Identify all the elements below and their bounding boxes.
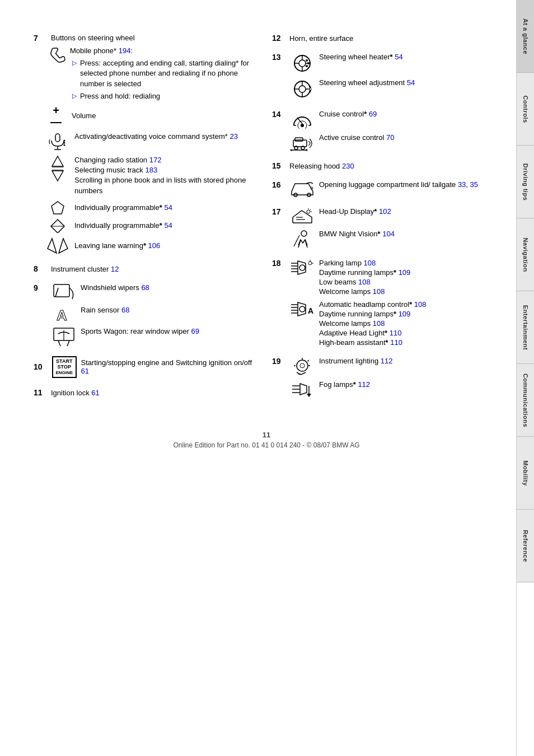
sidebar-tab-driving-tips[interactable]: Driving tips [517, 146, 534, 218]
svg-point-36 [310, 88, 311, 90]
svg-line-38 [297, 118, 302, 124]
section-19-number: 19 [272, 357, 286, 366]
active-cruise-icon [289, 133, 315, 151]
cruise-control-icon [289, 110, 315, 129]
svg-line-57 [310, 209, 311, 211]
sidebar-tab-reference[interactable]: Reference [517, 510, 534, 582]
section-12-title: Horn, entire surface [289, 34, 353, 43]
sidebar-tab-navigation[interactable]: Navigation [517, 218, 534, 291]
svg-point-5 [63, 144, 65, 146]
section-13: 13 [272, 53, 499, 100]
section-8-number: 8 [34, 264, 48, 273]
svg-marker-13 [59, 239, 68, 253]
parking-lamp-icon [289, 259, 315, 277]
columns-layout: 7 Buttons on steering wheel Mobile phon [34, 34, 499, 408]
sidebar-tab-entertainment[interactable]: Entertainment [517, 291, 534, 364]
svg-marker-47 [291, 149, 293, 151]
windshield-wiper-icon [51, 283, 76, 302]
svg-text:⌁: ⌁ [298, 372, 301, 376]
svg-text:A: A [57, 307, 67, 324]
head-up-display-text: Head-Up Display* 102 [319, 207, 391, 216]
sidebar-tab-controls[interactable]: Controls [517, 73, 534, 146]
section-11: 11 Ignition lock 61 [34, 388, 255, 397]
arrow-icon-2: ▷ [72, 92, 77, 100]
section-8-title: Instrument cluster 12 [51, 265, 119, 273]
individually-prog-label-1: Individually programmable* 54 [74, 203, 172, 212]
svg-marker-48 [305, 149, 307, 151]
svg-point-78 [300, 363, 305, 368]
section-8: 8 Instrument cluster 12 [34, 264, 255, 273]
cruise-control-text: Cruise control* 69 [319, 110, 377, 118]
section-17-number: 17 [272, 207, 286, 216]
svg-line-18 [67, 340, 69, 346]
sidebar-tab-mobility[interactable]: Mobility [517, 437, 534, 510]
sidebar-tab-label-navigation: Navigation [522, 237, 529, 272]
windshield-wipers-text: Windshield wipers 68 [81, 283, 149, 292]
lane-warning-label: Leaving lane warning* 106 [74, 241, 160, 250]
main-content: 7 Buttons on steering wheel Mobile phon [0, 0, 516, 756]
auto-headlamp-texts: Automatic headlamp control* 108 Daytime … [319, 300, 427, 347]
section-9: 9 Wind [34, 283, 255, 346]
svg-point-59 [301, 231, 307, 236]
individually-prog-label-2: Individually programmable* 54 [74, 221, 172, 230]
page-container: 7 Buttons on steering wheel Mobile phon [0, 0, 534, 756]
instrument-lighting-text: Instrument lighting 112 [319, 357, 393, 365]
sidebar-tab-label-at-a-glance: At a glance [522, 18, 529, 54]
mobile-phone-text: Mobile phone* 194: ▷ Press: accepting an… [70, 46, 255, 101]
section-12-number: 12 [272, 34, 286, 43]
section-9-number: 9 [34, 283, 48, 292]
start-stop-text: Starting/stopping engine and Switching i… [81, 358, 255, 375]
svg-point-4 [63, 142, 65, 143]
sidebar-tab-label-driving-tips: Driving tips [522, 163, 529, 200]
svg-marker-8 [52, 171, 63, 181]
steering-wheel-adjust-text: Steering wheel adjustment 54 [319, 78, 415, 87]
volume-label: Volume [72, 111, 96, 120]
luggage-compartment-icon [289, 180, 315, 197]
rain-sensor-icon: A [51, 306, 76, 324]
active-cruise-text: Active cruise control 70 [319, 133, 394, 142]
section-16-number: 16 [272, 180, 286, 189]
sidebar-tab-label-mobility: Mobility [522, 460, 529, 486]
rain-sensor-text: Rain sensor 68 [81, 306, 129, 314]
svg-point-27 [307, 62, 310, 64]
arrow-icon-1: ▷ [72, 59, 77, 67]
svg-point-28 [306, 65, 308, 67]
luggage-compartment-text: Opening luggage compartment lid/ tailgat… [319, 180, 478, 189]
svg-marker-10 [51, 202, 64, 214]
voice-command-icon [45, 132, 70, 152]
fog-lamp-icon [289, 380, 315, 398]
section-15: 15 Releasing hood 230 [272, 161, 499, 170]
section-13-number: 13 [272, 53, 286, 62]
left-column: 7 Buttons on steering wheel Mobile phon [34, 34, 266, 408]
section-7-number: 7 [34, 34, 48, 43]
svg-point-37 [301, 124, 304, 127]
sidebar-tab-label-entertainment: Entertainment [522, 305, 529, 349]
voice-command-text: Activating/deactivating voice command sy… [74, 132, 255, 142]
section-14: 14 [272, 110, 499, 151]
sidebar-tab-communications[interactable]: Communications [517, 364, 534, 437]
svg-marker-6 [52, 156, 63, 166]
svg-point-30 [299, 86, 306, 92]
svg-marker-88 [307, 394, 311, 397]
page-number: 11 [34, 431, 499, 439]
page-footer: 11 Online Edition for Part no. 01 41 0 0… [34, 431, 499, 449]
section-10: 10 START STOP ENGINE Starting/stopping e… [34, 356, 255, 378]
svg-rect-43 [295, 138, 303, 141]
night-vision-icon [289, 230, 315, 249]
auto-headlamp-icon: A [289, 300, 315, 318]
sidebar-tab-at-a-glance[interactable]: At a glance [517, 0, 534, 73]
sidebar-tabs: At a glance Controls Driving tips Naviga… [516, 0, 534, 756]
start-stop-button: START STOP ENGINE [52, 356, 77, 378]
section-10-number: 10 [34, 362, 48, 371]
mobile-phone-icon [45, 46, 70, 65]
section-7: 7 Buttons on steering wheel Mobile phon [34, 34, 255, 254]
instrument-lighting-icon: ⌁ [289, 357, 315, 376]
steering-wheel-adjust-icon [289, 78, 315, 100]
right-column: 12 Horn, entire surface 13 [266, 34, 499, 408]
svg-point-55 [307, 210, 310, 213]
svg-point-75 [299, 306, 305, 312]
section-14-number: 14 [272, 110, 286, 119]
sidebar-tab-label-reference: Reference [522, 530, 529, 562]
section-12: 12 Horn, entire surface [272, 34, 499, 43]
footer-text: Online Edition for Part no. 01 41 0 014 … [34, 441, 499, 449]
